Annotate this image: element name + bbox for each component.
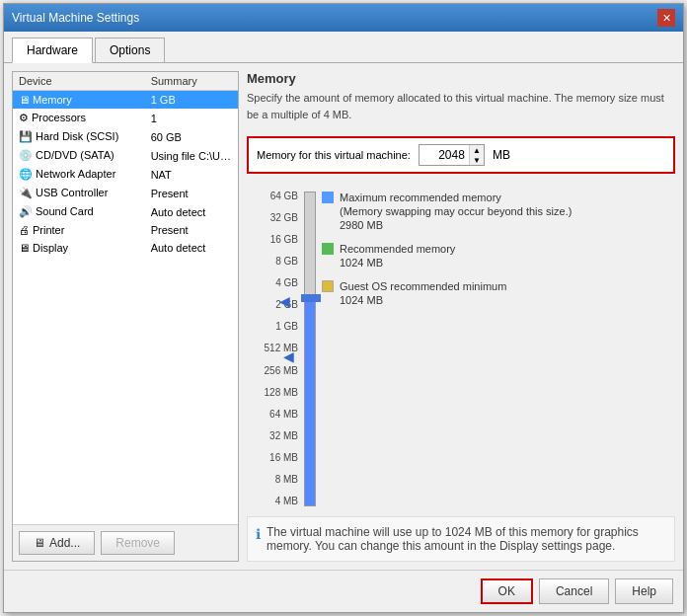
max-recommended-label: Maximum recommended memory <box>340 192 501 203</box>
info-icon: ℹ <box>256 526 261 542</box>
info-note: ℹ The virtual machine will use up to 102… <box>247 516 675 562</box>
recommended-header: Recommended memory <box>322 243 675 255</box>
device-name: 🖨Printer <box>13 221 145 239</box>
guest-min-value: 1024 MB <box>322 294 675 306</box>
recommended-label: Recommended memory <box>340 243 455 255</box>
slider-label: 4 MB <box>275 497 298 506</box>
slider-label: 64 MB <box>269 410 298 420</box>
memory-input-label: Memory for this virtual machine: <box>257 149 411 161</box>
table-row[interactable]: 💿CD/DVD (SATA) Using file C:\Users\Админ… <box>13 146 238 165</box>
remove-button[interactable]: Remove <box>101 531 175 555</box>
device-summary: Auto detect <box>145 202 238 221</box>
table-row[interactable]: 🖨Printer Present <box>13 221 238 239</box>
table-row[interactable]: 🔊Sound Card Auto detect <box>13 202 238 221</box>
guest-min-indicator <box>322 280 334 292</box>
tab-hardware[interactable]: Hardware <box>12 38 93 63</box>
table-row[interactable]: 🔌USB Controller Present <box>13 184 238 202</box>
device-summary: Auto detect <box>145 239 238 257</box>
spinner-buttons: ▲ ▼ <box>469 145 484 165</box>
table-row[interactable]: 🖥Memory 1 GB <box>13 91 238 110</box>
slider-label: 8 GB <box>275 257 298 267</box>
device-name: 🌐Network Adapter <box>13 165 145 184</box>
slider-label: 8 MB <box>275 475 298 485</box>
main-content: Device Summary 🖥Memory 1 GB ⚙Processors … <box>4 63 683 570</box>
max-recommended-header: Maximum recommended memory <box>322 192 675 203</box>
memory-unit: MB <box>493 148 510 162</box>
section-title: Memory <box>247 71 675 86</box>
spinner-up[interactable]: ▲ <box>470 145 484 155</box>
device-name: 🖥Display <box>13 239 145 257</box>
section-desc: Specify the amount of memory allocated t… <box>247 90 675 122</box>
col-summary: Summary <box>145 72 238 91</box>
slider-label: 128 MB <box>265 388 298 398</box>
main-window: Virtual Machine Settings ✕ Hardware Opti… <box>3 3 684 613</box>
slider-fill <box>305 302 315 505</box>
device-icon: 🔊 <box>19 205 33 217</box>
device-summary: NAT <box>145 165 238 184</box>
device-summary: 60 GB <box>145 127 238 146</box>
info-note-text: The virtual machine will use up to 1024 … <box>267 525 666 553</box>
recommended-item: Recommended memory 1024 MB <box>322 243 675 269</box>
device-icon: 🖥 <box>19 242 30 254</box>
tab-options[interactable]: Options <box>95 38 165 62</box>
device-name: 🔊Sound Card <box>13 202 145 221</box>
slider-label: 32 MB <box>269 431 298 441</box>
table-row[interactable]: 🖥Display Auto detect <box>13 239 238 257</box>
slider-track[interactable]: ◀ ◀ <box>304 192 316 506</box>
memory-info: Maximum recommended memory (Memory swapp… <box>322 188 675 510</box>
slider-label: 1 GB <box>275 322 298 332</box>
title-bar: Virtual Machine Settings ✕ <box>4 4 683 32</box>
slider-label: 64 GB <box>270 192 298 201</box>
memory-slider-container: 64 GB32 GB16 GB8 GB4 GB2 GB1 GB512 MB256… <box>247 188 675 510</box>
slider-label: 4 GB <box>275 278 298 288</box>
arrow-indicator-2gb: ◀ <box>279 294 290 308</box>
device-table: Device Summary 🖥Memory 1 GB ⚙Processors … <box>13 72 238 524</box>
device-icon: 🖥 <box>19 94 30 106</box>
memory-input[interactable] <box>420 146 469 164</box>
close-button[interactable]: ✕ <box>657 9 675 27</box>
guest-min-item: Guest OS recommended minimum 1024 MB <box>322 280 675 306</box>
device-summary: Present <box>145 221 238 239</box>
device-name: 💾Hard Disk (SCSI) <box>13 127 145 146</box>
content-area: Hardware Options Device Summary <box>4 32 683 612</box>
guest-min-label: Guest OS recommended minimum <box>340 280 506 292</box>
max-recommended-item: Maximum recommended memory (Memory swapp… <box>322 192 675 231</box>
max-recommended-sublabel: (Memory swapping may occur beyond this s… <box>322 205 675 217</box>
arrow-indicator-1gb: ◀ <box>283 348 294 364</box>
device-summary: Using file C:\Users\Администратор\... <box>145 146 238 165</box>
slider-track-wrapper: ◀ ◀ <box>304 188 316 510</box>
memory-input-row: Memory for this virtual machine: ▲ ▼ MB <box>247 136 675 174</box>
guest-min-header: Guest OS recommended minimum <box>322 280 675 292</box>
slider-label: 256 MB <box>265 366 298 376</box>
table-row[interactable]: 💾Hard Disk (SCSI) 60 GB <box>13 127 238 146</box>
add-icon: 🖥 <box>34 536 45 550</box>
max-recommended-value: 2980 MB <box>322 219 675 231</box>
add-button[interactable]: 🖥 Add... <box>19 531 95 555</box>
bottom-bar: OK Cancel Help <box>4 570 683 612</box>
left-buttons: 🖥 Add... Remove <box>13 524 238 561</box>
slider-label: 16 MB <box>269 453 298 463</box>
device-icon: 🔌 <box>19 187 33 198</box>
device-summary: 1 GB <box>145 91 238 110</box>
device-name: ⚙Processors <box>13 109 145 127</box>
device-name: 🖥Memory <box>13 91 145 110</box>
slider-thumb[interactable]: ◀ <box>301 294 321 302</box>
window-title: Virtual Machine Settings <box>12 11 139 25</box>
device-summary: 1 <box>145 109 238 127</box>
device-name: 🔌USB Controller <box>13 184 145 202</box>
recommended-indicator <box>322 243 334 255</box>
help-button[interactable]: Help <box>615 578 673 604</box>
cancel-button[interactable]: Cancel <box>539 578 609 604</box>
slider-label: 16 GB <box>270 235 298 245</box>
section-header: Memory Specify the amount of memory allo… <box>247 71 675 130</box>
spinner-down[interactable]: ▼ <box>470 155 484 165</box>
table-row[interactable]: 🌐Network Adapter NAT <box>13 165 238 184</box>
device-icon: 🌐 <box>19 168 33 180</box>
device-icon: ⚙ <box>19 112 29 123</box>
slider-label: 32 GB <box>270 213 298 223</box>
ok-button[interactable]: OK <box>481 578 533 604</box>
right-panel: Memory Specify the amount of memory allo… <box>247 71 675 562</box>
tabs-bar: Hardware Options <box>4 32 683 63</box>
device-icon: 💿 <box>19 149 33 161</box>
table-row[interactable]: ⚙Processors 1 <box>13 109 238 127</box>
